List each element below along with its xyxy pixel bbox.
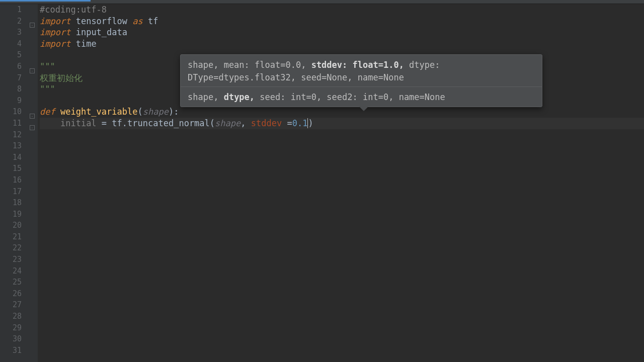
- line-number: 23: [0, 254, 22, 265]
- line-number-gutter: 1234567891011121314151617181920212223242…: [0, 4, 28, 362]
- space: [282, 118, 287, 128]
- line-number: 4: [0, 38, 22, 50]
- signature-overload-2[interactable]: shape, dtype, seed: int=0, seed2: int=0,…: [181, 86, 542, 107]
- line-number: 15: [0, 163, 22, 174]
- paren-open: (: [210, 118, 215, 128]
- sig-text: shape,: [188, 92, 224, 102]
- function-name: weight_variable: [60, 107, 138, 117]
- parameter-info-popup: shape, mean: float=0.0, stddev: float=1.…: [180, 54, 542, 107]
- param-name: shape: [143, 107, 169, 117]
- line-number: 22: [0, 242, 22, 254]
- editor-tabs[interactable]: [0, 0, 644, 4]
- line-number: 13: [0, 140, 22, 152]
- paren-open: (: [137, 107, 142, 117]
- op-assign: =: [287, 118, 292, 128]
- paren-close: ):: [169, 107, 179, 117]
- line-number: 2: [0, 16, 22, 27]
- line-number: 27: [0, 299, 22, 311]
- line-number: 29: [0, 322, 22, 334]
- line-number: 1: [0, 4, 22, 16]
- space: [246, 118, 251, 128]
- keyword-import: import: [40, 39, 70, 49]
- alias-name: tf: [148, 16, 158, 26]
- module-name: time: [76, 39, 97, 49]
- number-literal: 0.1: [292, 118, 308, 128]
- fold-marker-icon[interactable]: -: [30, 114, 35, 119]
- signature-overload-1[interactable]: shape, mean: float=0.0, stddev: float=1.…: [181, 55, 542, 86]
- op-dot: .: [122, 118, 127, 128]
- line-number: 14: [0, 152, 22, 163]
- line-number: 16: [0, 174, 22, 186]
- active-tab-indicator: [0, 0, 91, 2]
- call-name: truncated_normal: [127, 118, 210, 128]
- op-assign: =: [97, 118, 112, 128]
- module-name: tensorflow: [76, 16, 127, 26]
- line-number: 11: [0, 118, 22, 129]
- comma: ,: [240, 118, 246, 128]
- code-editor[interactable]: 1234567891011121314151617181920212223242…: [0, 4, 644, 362]
- docstring-delim: """: [40, 61, 55, 71]
- local-var: initial: [60, 118, 97, 128]
- arg-shape: shape: [215, 118, 240, 128]
- fold-marker-icon[interactable]: -: [30, 23, 35, 28]
- popup-pointer-icon: [359, 107, 368, 111]
- line-number: 9: [0, 95, 22, 107]
- line-number: 7: [0, 72, 22, 84]
- keyword-def: def: [40, 107, 60, 117]
- line-number: 12: [0, 129, 22, 141]
- sig-text: seed: int=0, seed2: int=0, name=None: [255, 92, 445, 102]
- line-number: 8: [0, 83, 22, 95]
- line-number: 24: [0, 265, 22, 277]
- docstring-delim: """: [40, 84, 55, 94]
- line-number: 6: [0, 61, 22, 72]
- line-number: 17: [0, 186, 22, 198]
- text-caret: [307, 118, 308, 128]
- line-number: 20: [0, 220, 22, 231]
- line-number: 25: [0, 277, 22, 288]
- code-area[interactable]: #coding:utf-8 import tensorflow as tf im…: [38, 4, 644, 362]
- line-number: 28: [0, 311, 22, 322]
- keyword-as: as: [132, 16, 142, 26]
- fold-marker-icon[interactable]: -: [30, 68, 35, 73]
- sig-current-param: stddev: float=1.0,: [311, 60, 404, 70]
- kwarg-name: stddev: [251, 118, 282, 128]
- line-number: 31: [0, 345, 22, 356]
- line-number: 18: [0, 197, 22, 209]
- line-number: 5: [0, 49, 22, 61]
- keyword-import: import: [40, 27, 70, 37]
- line-number: 26: [0, 288, 22, 300]
- docstring-text: 权重初始化: [40, 73, 83, 83]
- fold-marker-icon[interactable]: -: [30, 125, 35, 130]
- paren-close: ): [308, 118, 313, 128]
- current-line[interactable]: initial = tf.truncated_normal(shape, std…: [40, 118, 644, 129]
- line-number: 19: [0, 209, 22, 220]
- indent: [40, 118, 60, 128]
- module-name: input_data: [76, 27, 127, 37]
- line-number: 3: [0, 27, 22, 38]
- keyword-import: import: [40, 16, 70, 26]
- code-comment: #coding:utf-8: [40, 5, 107, 15]
- sig-text: shape, mean: float=0.0,: [188, 60, 311, 70]
- fold-column: - - - -: [28, 4, 38, 362]
- line-number: 21: [0, 231, 22, 243]
- line-number: 30: [0, 333, 22, 345]
- sig-current-param: dtype,: [224, 92, 255, 102]
- line-number: 10: [0, 106, 22, 118]
- module-ref: tf: [112, 118, 122, 128]
